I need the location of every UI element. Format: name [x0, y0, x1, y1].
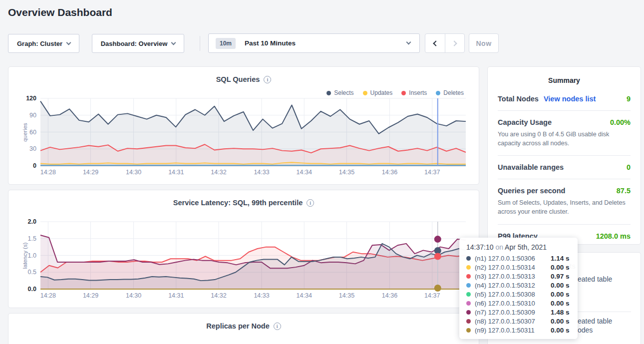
service-latency-title-row: Service Latency: SQL, 99th percentile i [8, 199, 479, 207]
sql-queries-title-row: SQL Queries i [8, 75, 479, 83]
summary-title: Summary [488, 67, 641, 84]
tooltip-node-row: (n6) 127.0.0.1:503100.00 s [466, 299, 571, 308]
service-latency-chart[interactable]: 14:2814:2914:3014:3114:3214:3314:3414:35… [24, 219, 474, 300]
event-item-fragment[interactable]: eated table [578, 275, 612, 283]
tooltip-node-row: (n2) 127.0.0.1:503140.00 s [466, 263, 571, 272]
node-color-dot [466, 274, 471, 279]
svg-text:14:32: 14:32 [211, 169, 226, 176]
p99-latency-value: 1208.0 ms [596, 232, 631, 240]
svg-text:14:28: 14:28 [40, 169, 56, 176]
svg-text:14:34: 14:34 [297, 169, 312, 176]
graph-dropdown-label: Graph: Cluster [17, 40, 62, 47]
svg-text:14:37: 14:37 [424, 292, 440, 299]
svg-text:14:36: 14:36 [382, 169, 397, 176]
svg-text:14:34: 14:34 [297, 292, 312, 299]
unavailable-ranges-label: Unavailable ranges [498, 163, 564, 171]
svg-text:14:31: 14:31 [168, 292, 184, 299]
qps-label: Queries per second [498, 187, 565, 195]
tooltip-node-row: (n5) 127.0.0.1:503080.00 s [466, 290, 571, 299]
qps-value: 87.5 [617, 187, 631, 195]
service-latency-card: Service Latency: SQL, 99th percentile i … [8, 190, 479, 308]
legend-dot [326, 91, 331, 95]
tooltip-node-row: (n1) 127.0.0.1:503061.14 s [466, 254, 571, 263]
chevron-left-icon [433, 40, 438, 46]
summary-row-total-nodes: Total Nodes View nodes list 9 [498, 87, 631, 110]
chevron-down-icon [406, 40, 411, 45]
toolbar-divider [200, 36, 200, 51]
total-nodes-value: 9 [627, 95, 631, 103]
total-nodes-label: Total Nodes [498, 95, 539, 103]
node-color-dot [466, 256, 471, 261]
legend-dot [363, 91, 367, 95]
tooltip-node-row: (n3) 127.0.0.1:503130.97 s [466, 272, 571, 281]
events-divider [578, 312, 631, 312]
replicas-per-node-card: Replicas per Node i [8, 313, 479, 344]
dashboard-dropdown-label: Dashboard: Overview [101, 40, 168, 47]
node-latency-value: 0.97 s [551, 273, 570, 280]
svg-text:1.0: 1.0 [28, 252, 36, 259]
node-address: (n8) 127.0.0.1:50307 [475, 318, 535, 325]
legend-dot [436, 91, 440, 95]
dashboard-dropdown[interactable]: Dashboard: Overview [92, 34, 184, 53]
node-address: (n2) 127.0.0.1:50314 [475, 264, 535, 271]
svg-text:14:32: 14:32 [211, 292, 226, 299]
svg-text:14:31: 14:31 [168, 169, 184, 176]
node-address: (n7) 127.0.0.1:50309 [475, 309, 535, 316]
svg-text:14:37: 14:37 [424, 169, 440, 176]
time-range-label: Past 10 Minutes [245, 39, 296, 47]
info-icon[interactable]: i [274, 323, 281, 330]
node-address: (n5) 127.0.0.1:50308 [475, 291, 535, 298]
node-latency-value: 1.14 s [551, 255, 570, 262]
node-color-dot [466, 319, 471, 324]
tooltip-node-row: (n7) 127.0.0.1:503091.48 s [466, 308, 571, 317]
tooltip-node-row: (n4) 127.0.0.1:503120.00 s [466, 281, 571, 290]
summary-row-capacity: Capacity Usage 0.00% You are using 0 B o… [498, 110, 631, 155]
replicas-title: Replicas per Node [206, 322, 270, 330]
node-latency-value: 0.00 s [551, 282, 570, 289]
summary-panel: Summary Total Nodes View nodes list 9 Ca… [487, 66, 641, 245]
chevron-right-icon [451, 40, 457, 46]
svg-text:14:28: 14:28 [40, 292, 56, 299]
node-address: (n6) 127.0.0.1:50310 [475, 300, 535, 307]
unavailable-ranges-value: 0 [627, 163, 631, 171]
event-item-fragment[interactable]: eated table [578, 317, 612, 325]
svg-text:14:35: 14:35 [339, 169, 354, 176]
svg-text:14:35: 14:35 [339, 292, 354, 299]
node-color-dot [466, 301, 471, 306]
svg-text:14:29: 14:29 [83, 292, 98, 299]
svg-text:14:33: 14:33 [254, 169, 269, 176]
summary-row-qps: Queries per second 87.5 Sum of Selects, … [498, 179, 631, 224]
now-button[interactable]: Now [469, 33, 499, 53]
svg-text:120: 120 [26, 95, 36, 102]
capacity-usage-value: 0.00% [610, 118, 631, 126]
service-latency-title: Service Latency: SQL, 99th percentile [173, 199, 303, 207]
svg-text:2.0: 2.0 [28, 219, 36, 225]
node-latency-value: 0.00 s [551, 327, 570, 334]
time-range-dropdown[interactable]: 10m Past 10 Minutes [208, 33, 420, 53]
tooltip-node-list: (n1) 127.0.0.1:503061.14 s(n2) 127.0.0.1… [466, 254, 571, 335]
svg-text:14:30: 14:30 [126, 169, 141, 176]
svg-text:0.5: 0.5 [28, 269, 36, 276]
tooltip-node-row: (n9) 127.0.0.1:503110.00 s [466, 326, 571, 335]
sql-queries-chart[interactable]: 14:2814:2914:3014:3114:3214:3314:3414:35… [24, 95, 474, 176]
view-nodes-list-link[interactable]: View nodes list [544, 95, 596, 103]
node-latency-value: 0.00 s [551, 264, 570, 271]
svg-text:30: 30 [29, 145, 36, 152]
time-next-button-disabled[interactable] [445, 34, 464, 52]
replicas-title-row: Replicas per Node i [8, 322, 479, 330]
chevron-down-icon [66, 40, 71, 45]
tooltip-node-row: (n8) 127.0.0.1:503070.00 s [466, 317, 571, 326]
event-item-fragment[interactable]: odes [578, 326, 593, 334]
info-icon[interactable]: i [307, 199, 314, 207]
chart-hover-tooltip: 14:37:10 on Apr 5th, 2021 (n1) 127.0.0.1… [459, 238, 578, 339]
chevron-down-icon [171, 40, 176, 45]
node-color-dot [466, 310, 471, 315]
node-latency-value: 0.00 s [551, 291, 570, 298]
graph-dropdown[interactable]: Graph: Cluster [8, 34, 79, 53]
svg-text:14:33: 14:33 [254, 292, 269, 299]
summary-row-unavailable-ranges: Unavailable ranges 0 [498, 155, 631, 179]
qps-description: Sum of Selects, Updates, Inserts, and De… [498, 198, 631, 216]
capacity-usage-label: Capacity Usage [498, 118, 552, 126]
info-icon[interactable]: i [264, 76, 271, 83]
time-prev-button[interactable] [425, 34, 445, 52]
